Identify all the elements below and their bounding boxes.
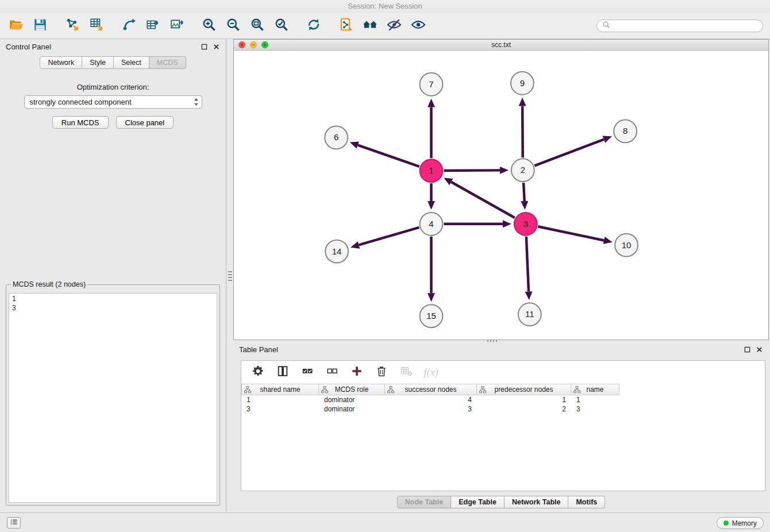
graph-node-8[interactable]: 8 <box>614 120 637 143</box>
graph-edge-2-8[interactable] <box>534 140 604 166</box>
select-all-rows-button[interactable] <box>300 365 315 380</box>
run-mcds-button[interactable]: Run MCDS <box>52 116 109 129</box>
network-view-window: scc.txt 7968124314101511 <box>233 39 769 340</box>
graph-edge-arrow-2-9 <box>519 98 526 106</box>
window-minimize-button[interactable] <box>250 41 257 48</box>
cell-name: 3 <box>571 404 619 414</box>
graph-node-10[interactable]: 10 <box>615 234 638 257</box>
tab-network-table[interactable]: Network Table <box>505 496 569 508</box>
zoom-fit-content-button[interactable] <box>248 17 267 35</box>
graph-edge-2-9[interactable] <box>522 106 523 158</box>
control-tab-select[interactable]: Select <box>114 56 149 69</box>
show-hidden-panels-button[interactable] <box>7 517 21 529</box>
memory-button[interactable]: Memory <box>717 517 764 529</box>
toolbar-group <box>305 17 323 35</box>
window-zoom-button[interactable] <box>261 41 268 48</box>
graph-edge-1-6[interactable] <box>358 145 419 167</box>
zoom-selected-icon <box>274 17 289 34</box>
graph-node-4[interactable]: 4 <box>420 213 443 236</box>
control-tab-mcds[interactable]: MCDS <box>149 56 186 69</box>
network-canvas-svg: 7968124314101511 <box>234 51 768 340</box>
graph-node-1[interactable]: 1 <box>420 159 443 182</box>
graph-node-11[interactable]: 11 <box>518 303 541 326</box>
table-options-button[interactable] <box>251 365 265 380</box>
window-titlebar: Session: New Session <box>0 0 770 13</box>
column-header-successor-nodes[interactable]: successor nodes <box>385 384 477 395</box>
graph-node-3[interactable]: 3 <box>514 213 537 236</box>
toolbar-group <box>200 17 291 35</box>
graph-node-6[interactable]: 6 <box>325 126 348 149</box>
svg-text:15: 15 <box>426 311 436 321</box>
create-column-button[interactable] <box>349 365 364 380</box>
close-table-panel-icon[interactable] <box>755 345 763 353</box>
graph-edge-arrow-2-8 <box>603 136 612 143</box>
graph-edge-3-11[interactable] <box>526 237 529 292</box>
control-tab-style[interactable]: Style <box>82 56 114 69</box>
graph-edge-3-10[interactable] <box>538 226 604 240</box>
float-table-panel-icon[interactable] <box>743 345 751 353</box>
svg-text:3: 3 <box>523 219 528 229</box>
sort-icon <box>244 386 251 395</box>
zoom-selected-region-button[interactable] <box>272 17 291 35</box>
export-image-button[interactable] <box>168 17 186 35</box>
column-header-mcds-role[interactable]: MCDS role <box>319 384 385 395</box>
doc-share-icon <box>338 17 353 34</box>
column-header-label: shared name <box>260 385 300 394</box>
export-image-icon <box>170 17 184 34</box>
graph-node-14[interactable]: 14 <box>325 240 348 263</box>
import-network-icon <box>65 17 80 34</box>
graph-node-15[interactable]: 15 <box>420 304 443 327</box>
zoom-out-icon <box>226 17 241 34</box>
zoom-in-button[interactable] <box>200 17 218 35</box>
cell-successor-nodes: 4 <box>385 395 477 404</box>
control-tab-network[interactable]: Network <box>40 56 82 69</box>
vertical-splitter[interactable] <box>226 39 233 512</box>
deselect-all-rows-button[interactable] <box>325 365 340 380</box>
import-network-from-file-button[interactable] <box>63 17 82 35</box>
graph-edge-2-3[interactable] <box>523 183 525 201</box>
network-canvas[interactable]: 7968124314101511 <box>234 51 768 340</box>
tab-motifs[interactable]: Motifs <box>568 496 605 508</box>
criterion-select[interactable]: strongly connected component <box>24 95 202 109</box>
network-overview-button[interactable] <box>337 17 355 35</box>
graph-node-7[interactable]: 7 <box>420 73 443 96</box>
eye-icon <box>411 17 426 34</box>
search-field[interactable] <box>596 20 763 32</box>
open-session-button[interactable] <box>7 17 25 35</box>
delete-columns-button[interactable] <box>374 365 389 380</box>
graph-node-2[interactable]: 2 <box>511 159 534 182</box>
zoom-fit-icon <box>250 17 265 34</box>
search-input[interactable] <box>613 22 757 30</box>
table-row[interactable]: 3dominator323 <box>241 404 765 414</box>
graph-edge-4-14[interactable] <box>359 228 419 245</box>
export-network-button[interactable] <box>120 17 138 35</box>
svg-text:4: 4 <box>429 219 433 229</box>
column-header-predecessor-nodes[interactable]: predecessor nodes <box>477 384 571 395</box>
zoom-out-button[interactable] <box>224 17 242 35</box>
graph-edge-1-2[interactable] <box>444 170 500 171</box>
tab-node-table[interactable]: Node Table <box>397 496 451 508</box>
float-panel-icon[interactable] <box>200 43 208 51</box>
column-header-shared-name[interactable]: shared name <box>241 384 319 395</box>
import-table-from-file-button[interactable] <box>87 17 106 35</box>
show-columns-button[interactable] <box>275 365 290 380</box>
window-close-button[interactable] <box>238 41 245 48</box>
birds-eye-view-button[interactable] <box>409 17 428 35</box>
home-button[interactable] <box>361 17 379 35</box>
export-table-button[interactable] <box>144 17 162 35</box>
export-table-icon <box>145 17 160 34</box>
table-row[interactable]: 1dominator411 <box>241 395 765 404</box>
graph-edge-3-1[interactable] <box>451 182 515 218</box>
save-icon <box>33 17 48 34</box>
close-panel-icon[interactable] <box>212 43 220 51</box>
show-graphics-details-button[interactable] <box>385 17 403 35</box>
eye-brush-icon <box>387 17 402 34</box>
apply-layout-button[interactable] <box>305 17 323 35</box>
save-session-button[interactable] <box>31 17 49 35</box>
column-header-name[interactable]: name <box>571 384 619 395</box>
tab-edge-table[interactable]: Edge Table <box>451 496 505 508</box>
mcds-result-box[interactable]: 1 3 <box>9 293 217 503</box>
graph-node-9[interactable]: 9 <box>511 72 534 95</box>
svg-text:10: 10 <box>622 240 632 250</box>
close-panel-button[interactable]: Close panel <box>116 116 174 129</box>
